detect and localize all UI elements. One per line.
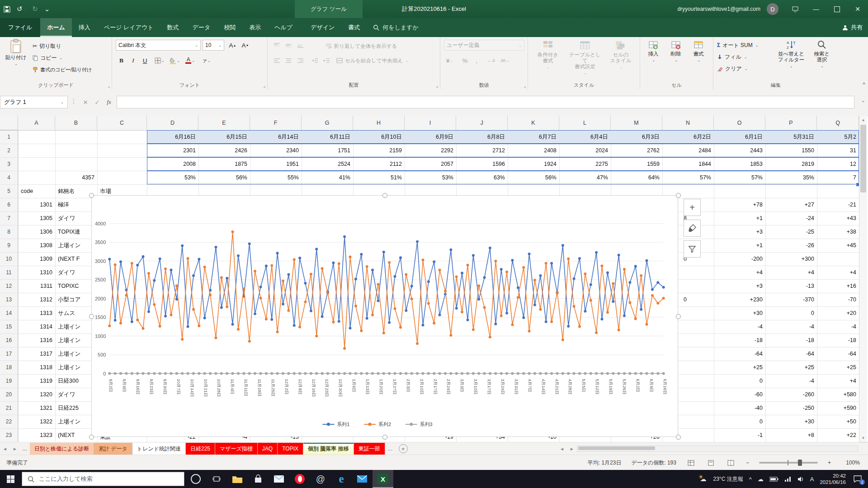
cell-J2[interactable]: 2712 [456, 144, 508, 157]
cell-F1[interactable]: 6月14日 [250, 130, 302, 144]
cell-F2[interactable]: 2340 [250, 144, 302, 157]
sheet-tab-9[interactable]: 東証一部 [354, 443, 385, 455]
cell-B4[interactable]: 4357 [55, 171, 97, 184]
cell-O17[interactable]: -64 [714, 347, 765, 361]
cell-P21[interactable]: -250 [765, 401, 817, 415]
cell-L3[interactable]: 2275 [559, 157, 611, 171]
column-header-N[interactable]: N [662, 116, 714, 130]
cell-F3[interactable]: 1951 [250, 157, 302, 171]
cell-H2[interactable]: 2159 [353, 144, 405, 157]
cell-Q23[interactable]: +22 [817, 428, 859, 442]
row-header-4[interactable]: 4 [0, 171, 18, 184]
cell-Q4[interactable]: 7 [817, 171, 859, 184]
cell-O8[interactable]: +3 [714, 225, 765, 239]
row-header-23[interactable]: 23 [0, 428, 18, 442]
cell-A21[interactable]: 1321 [18, 401, 55, 415]
cell-M3[interactable]: 1559 [611, 157, 662, 171]
cell-P1[interactable]: 5月31日 [765, 130, 817, 144]
cell-A18[interactable]: 1318 [18, 361, 55, 374]
column-header-C[interactable]: C [97, 116, 147, 130]
weather-icon[interactable]: ☀☁ [698, 474, 708, 483]
page-break-view-button[interactable] [726, 458, 736, 467]
row-header-8[interactable]: 8 [0, 225, 18, 239]
cell-A22[interactable]: 1322 [18, 415, 55, 428]
sheet-tab-7[interactable]: TOPIX [278, 443, 303, 455]
row-header-21[interactable]: 21 [0, 401, 18, 415]
cell-O13[interactable]: +230 [714, 293, 765, 306]
cell-Q12[interactable]: +16 [817, 279, 859, 293]
cell-H3[interactable]: 2112 [353, 157, 405, 171]
row-header-2[interactable]: 2 [0, 144, 18, 157]
cell-P6[interactable]: +27 [765, 198, 817, 211]
cell-Q11[interactable]: +4 [817, 266, 859, 279]
cell-O22[interactable]: 0 [714, 415, 765, 428]
sheet-tab-5[interactable]: マザーズ指標 [215, 443, 258, 455]
sheet-nav-right-icon[interactable]: ► [10, 446, 20, 451]
row-header-1[interactable]: 1 [0, 130, 18, 144]
cell-G1[interactable]: 6月11日 [302, 130, 353, 144]
taskbar-icon-file-explorer[interactable] [227, 470, 248, 488]
column-header-G[interactable]: G [302, 116, 353, 130]
cell-O23[interactable]: -1 [714, 428, 765, 442]
sheet-tab-6[interactable]: JAQ [258, 443, 278, 455]
cell-M4[interactable]: 64% [611, 171, 662, 184]
chart-styles-button[interactable] [684, 220, 701, 237]
weather-text[interactable]: 23°C 注意報 [713, 475, 743, 483]
sheet-tab-4[interactable]: 日経225 [186, 443, 215, 455]
cell-Q19[interactable]: +4 [817, 374, 859, 388]
cell-A23[interactable]: 1323 [18, 428, 55, 442]
onedrive-cloud-icon[interactable]: ☁ [758, 476, 764, 483]
row-header-16[interactable]: 16 [0, 333, 18, 347]
zoom-slider[interactable] [759, 462, 818, 464]
cell-K1[interactable]: 6月7日 [508, 130, 559, 144]
scroll-down-icon[interactable]: ▼ [859, 434, 867, 442]
taskbar-icon-email-at[interactable]: @ [310, 470, 331, 488]
cell-F4[interactable]: 55% [250, 171, 302, 184]
cell-P9[interactable]: -26 [765, 239, 817, 252]
cell-Q6[interactable]: -21 [817, 198, 859, 211]
battery-icon[interactable] [769, 477, 778, 482]
row-header-15[interactable]: 15 [0, 320, 18, 333]
new-sheet-button[interactable]: + [399, 444, 408, 453]
cell-K3[interactable]: 1924 [508, 157, 559, 171]
cell-L1[interactable]: 6月4日 [559, 130, 611, 144]
scroll-up-icon[interactable]: ▲ [859, 116, 867, 124]
cell-Q2[interactable]: 31 [817, 144, 859, 157]
row-header-22[interactable]: 22 [0, 415, 18, 428]
taskbar-icon-store[interactable] [248, 470, 269, 488]
cell-A19[interactable]: 1319 [18, 374, 55, 388]
chart-selection-handle[interactable] [676, 193, 681, 198]
cell-A17[interactable]: 1317 [18, 347, 55, 361]
column-header-A[interactable]: A [18, 116, 55, 130]
cell-A16[interactable]: 1316 [18, 333, 55, 347]
column-header-I[interactable]: I [405, 116, 456, 130]
cell-P4[interactable]: 35% [765, 171, 817, 184]
sheet-tab-3[interactable]: トレンド統計関連 [132, 443, 186, 455]
column-header-K[interactable]: K [508, 116, 559, 130]
cell-P7[interactable]: -24 [765, 211, 817, 225]
cell-Q13[interactable]: -70 [817, 293, 859, 306]
row-header-9[interactable]: 9 [0, 239, 18, 252]
task-view-button[interactable] [206, 470, 227, 488]
cell-N4[interactable]: 57% [662, 171, 714, 184]
cell-A11[interactable]: 1310 [18, 266, 55, 279]
cell-O18[interactable]: +25 [714, 361, 765, 374]
cell-L2[interactable]: 2024 [559, 144, 611, 157]
row-header-7[interactable]: 7 [0, 211, 18, 225]
line-chart[interactable]: 050010001500200025003000350040009月2日9月9日… [92, 196, 678, 436]
cell-O16[interactable]: -18 [714, 333, 765, 347]
chart-selection-handle[interactable] [89, 314, 94, 319]
row-header-20[interactable]: 20 [0, 388, 18, 401]
column-header-L[interactable]: L [559, 116, 611, 130]
chart-selection-handle[interactable] [382, 435, 387, 440]
cell-E2[interactable]: 2426 [198, 144, 250, 157]
cell-A8[interactable]: 1306 [18, 225, 55, 239]
cell-I3[interactable]: 2057 [405, 157, 456, 171]
cell-M1[interactable]: 6月3日 [611, 130, 662, 144]
cell-O2[interactable]: 2443 [714, 144, 765, 157]
row-header-10[interactable]: 10 [0, 252, 18, 266]
cell-O12[interactable]: +3 [714, 279, 765, 293]
sheet-tab-1[interactable]: 日別と株価による診断 [30, 443, 94, 455]
cell-D3[interactable]: 2008 [147, 157, 198, 171]
cell-P20[interactable]: -260 [765, 388, 817, 401]
